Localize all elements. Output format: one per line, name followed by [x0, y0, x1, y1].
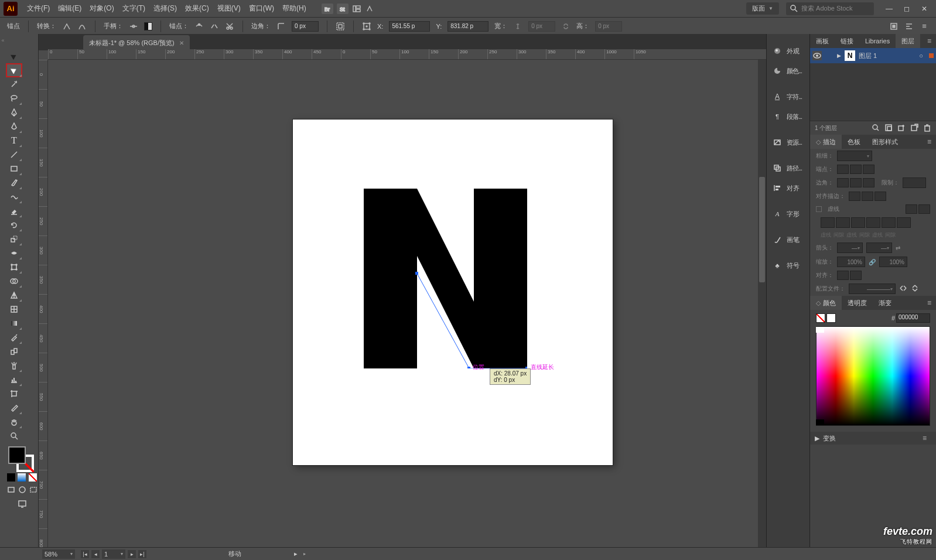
panel-menu-icon[interactable]: ≡: [920, 22, 929, 31]
pen-tool[interactable]: [6, 105, 22, 119]
dashed-checkbox[interactable]: [816, 206, 822, 212]
corner-radius-input[interactable]: 0 px: [292, 21, 319, 32]
zoom-tool[interactable]: [6, 429, 22, 443]
search-stock-input[interactable]: 搜索 Adobe Stock: [786, 2, 874, 15]
trash-icon[interactable]: [923, 124, 931, 133]
dash-2[interactable]: [851, 217, 865, 228]
dock-brush[interactable]: 画笔: [767, 230, 809, 250]
scrollbar-thumb[interactable]: [759, 177, 765, 282]
dock-appearance[interactable]: 外观: [767, 41, 809, 61]
magic-wand-tool[interactable]: [6, 77, 22, 91]
align-artboard-icon[interactable]: [336, 22, 345, 31]
layers-menu-icon[interactable]: ≡: [923, 37, 936, 45]
document-tab[interactable]: 未标题-1* @ 58% (RGB/预览) ✕: [83, 35, 190, 50]
tab-layers[interactable]: 图层: [896, 34, 920, 48]
arrow-end[interactable]: — ▾: [866, 243, 892, 253]
remove-anchor-icon[interactable]: [194, 22, 204, 31]
connect-anchor-icon[interactable]: [210, 22, 219, 31]
convert-smooth-icon[interactable]: [77, 22, 87, 31]
tab-color[interactable]: ◇颜色: [810, 296, 842, 310]
dock-align[interactable]: 对齐: [767, 178, 809, 198]
dock-assets[interactable]: 资源...: [767, 132, 809, 152]
profile-select[interactable]: ———— ▾: [849, 284, 896, 294]
slice-tool[interactable]: [6, 401, 22, 415]
ref-point-icon[interactable]: [362, 22, 371, 31]
tab-opacity[interactable]: 透明度: [842, 296, 873, 310]
letter-n-path[interactable]: [364, 189, 527, 368]
tab-gradient[interactable]: 渐变: [873, 296, 897, 310]
gpu-icon[interactable]: [365, 4, 374, 13]
paintbrush-tool[interactable]: [6, 176, 22, 190]
dash-align-buttons[interactable]: [906, 204, 930, 214]
dock-symbol[interactable]: ♣符号: [767, 255, 809, 275]
w-input[interactable]: 0 px: [528, 21, 555, 32]
hex-input[interactable]: 000000: [896, 313, 930, 323]
color-mode-none[interactable]: [29, 473, 37, 482]
dash-1[interactable]: [821, 217, 835, 228]
gap-1[interactable]: [836, 217, 850, 228]
target-icon[interactable]: ○: [919, 52, 923, 59]
arrowscale-start[interactable]: 100%: [837, 257, 865, 267]
perspective-tool[interactable]: [6, 288, 22, 302]
first-artboard-button[interactable]: |◂: [81, 550, 89, 558]
workspace-switcher[interactable]: 版面 ▼: [746, 2, 779, 15]
bridge-icon[interactable]: Br: [322, 4, 333, 14]
type-tool[interactable]: T: [6, 134, 22, 148]
cut-path-icon[interactable]: [225, 22, 234, 31]
menu-type[interactable]: 文字(T): [119, 1, 149, 16]
selection-tool[interactable]: [6, 49, 22, 63]
artboard-tool[interactable]: [6, 387, 22, 401]
mesh-tool[interactable]: [6, 302, 22, 316]
x-input[interactable]: 561.55 p: [389, 21, 430, 32]
dock-paragraph[interactable]: ¶段落...: [767, 107, 809, 127]
shaper-tool[interactable]: [6, 190, 22, 204]
isolate-icon[interactable]: [889, 22, 899, 31]
y-input[interactable]: 831.82 p: [447, 21, 489, 32]
arrowalign-buttons[interactable]: [837, 271, 862, 280]
eyedropper-tool[interactable]: [6, 330, 22, 344]
prev-artboard-button[interactable]: ◂: [91, 550, 100, 558]
weight-input[interactable]: ▾: [837, 151, 872, 161]
shape-builder-tool[interactable]: [6, 274, 22, 288]
convert-corner-icon[interactable]: [62, 22, 71, 31]
status-flyout-icon[interactable]: ▸: [303, 551, 306, 556]
horizontal-ruler[interactable]: 0501001502002503003504004500501001502002…: [48, 49, 766, 60]
dock-color[interactable]: 颜色...: [767, 61, 809, 81]
fill-stroke-swatch[interactable]: [6, 445, 38, 472]
vertical-ruler[interactable]: 0501001502002503003504004505005506006507…: [39, 60, 48, 547]
close-button[interactable]: ✕: [916, 3, 932, 15]
align-panel-icon[interactable]: [904, 22, 914, 31]
artboard[interactable]: 位置 直线延长 dX: 28.07 px dY: 0 px: [293, 119, 613, 465]
dock-pathfinder[interactable]: 路径...: [767, 158, 809, 178]
stroke-menu-icon[interactable]: ≡: [923, 138, 936, 146]
blend-tool[interactable]: [6, 344, 22, 358]
lasso-tool[interactable]: [6, 91, 22, 105]
menu-file[interactable]: 文件(F): [23, 1, 53, 16]
screen-mode-icon[interactable]: [6, 498, 38, 510]
rectangle-tool[interactable]: [6, 162, 22, 176]
stock-icon[interactable]: St: [337, 4, 349, 14]
color-mode-solid[interactable]: [7, 473, 15, 482]
locate-icon[interactable]: [872, 124, 880, 133]
cap-buttons[interactable]: [837, 165, 874, 174]
tab-links[interactable]: 链接: [835, 34, 859, 48]
minimize-button[interactable]: —: [881, 3, 897, 15]
curvature-tool[interactable]: [6, 119, 22, 134]
last-artboard-button[interactable]: ▸|: [138, 550, 146, 558]
color-menu-icon[interactable]: ≡: [923, 299, 936, 307]
gradient-tool[interactable]: [6, 316, 22, 330]
hand-tool[interactable]: [6, 415, 22, 429]
alignstroke-buttons[interactable]: [849, 192, 886, 201]
menu-effect[interactable]: 效果(C): [182, 1, 213, 16]
new-layer-icon[interactable]: [910, 124, 918, 133]
tab-graphicstyles[interactable]: 图形样式: [866, 135, 904, 149]
direct-selection-tool[interactable]: [6, 63, 22, 77]
corner-type-icon[interactable]: [276, 22, 286, 31]
menu-window[interactable]: 窗口(W): [245, 1, 278, 16]
transform-header[interactable]: ▶ 变换 ≡: [810, 432, 936, 445]
flip-x-icon[interactable]: [899, 284, 907, 293]
symbol-sprayer-tool[interactable]: [6, 358, 22, 373]
visibility-icon[interactable]: [812, 51, 822, 60]
gap-2[interactable]: [866, 217, 880, 228]
link-arrowscale-icon[interactable]: 🔗: [869, 259, 876, 265]
